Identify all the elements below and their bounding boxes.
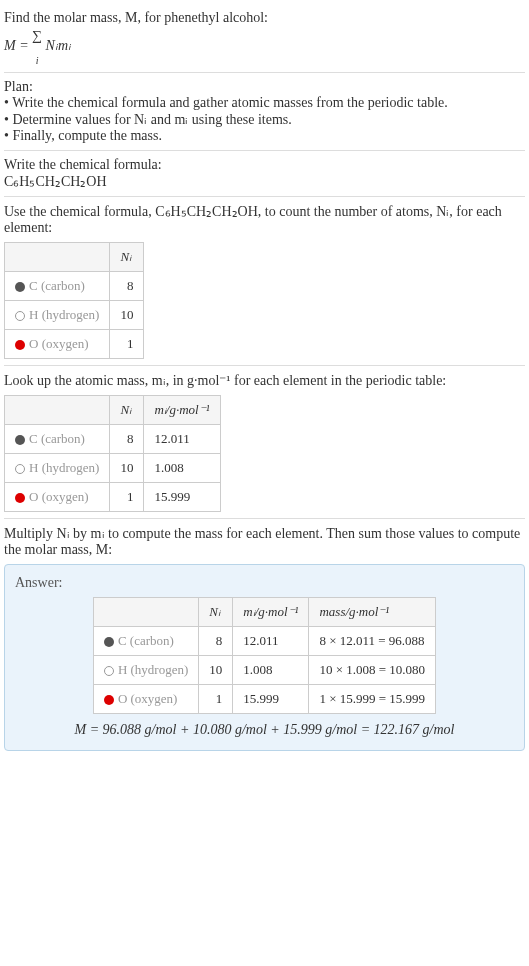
element-name: O (oxygen) [118,691,178,706]
answer-label: Answer: [15,575,514,591]
table-row: H (hydrogen) 10 [5,301,144,330]
element-name: O (oxygen) [29,336,89,351]
answer-box: Answer: Nᵢ mᵢ/g·mol⁻¹ mass/g·mol⁻¹ C (ca… [4,564,525,751]
element-name: H (hydrogen) [29,460,99,475]
element-cell: C (carbon) [93,627,198,656]
element-dot-icon [104,695,114,705]
element-cell: O (oxygen) [5,330,110,359]
element-cell: C (carbon) [5,425,110,454]
plan-section: Plan: • Write the chemical formula and g… [4,73,525,151]
ni-header: Nᵢ [110,243,144,272]
write-formula-section: Write the chemical formula: C₆H₅CH₂CH₂OH [4,151,525,197]
table-header-row: Nᵢ mᵢ/g·mol⁻¹ mass/g·mol⁻¹ [93,598,435,627]
element-cell: H (hydrogen) [5,301,110,330]
mi-cell: 12.011 [233,627,309,656]
ni-cell: 1 [110,330,144,359]
mi-cell: 1.008 [144,454,220,483]
table-row: C (carbon) 8 [5,272,144,301]
element-name: C (carbon) [118,633,174,648]
ni-cell: 10 [110,454,144,483]
lookup-table: Nᵢ mᵢ/g·mol⁻¹ C (carbon) 8 12.011 H (hyd… [4,395,221,512]
mi-header: mᵢ/g·mol⁻¹ [144,396,220,425]
element-name: C (carbon) [29,431,85,446]
intro-section: Find the molar mass, M, for phenethyl al… [4,4,525,73]
chemical-formula: C₆H₅CH₂CH₂OH [4,173,525,190]
plan-bullet: • Write the chemical formula and gather … [4,95,525,111]
count-atoms-section: Use the chemical formula, C₆H₅CH₂CH₂OH, … [4,197,525,366]
mass-cell: 10 × 1.008 = 10.080 [309,656,436,685]
multiply-text: Multiply Nᵢ by mᵢ to compute the mass fo… [4,525,525,558]
formula-rest: Nᵢmᵢ [42,38,71,53]
mi-cell: 1.008 [233,656,309,685]
table-row: O (oxygen) 1 15.999 [5,483,221,512]
blank-header [93,598,198,627]
final-result: M = 96.088 g/mol + 10.080 g/mol + 15.999… [15,722,514,738]
multiply-section: Multiply Nᵢ by mᵢ to compute the mass fo… [4,519,525,757]
element-cell: C (carbon) [5,272,110,301]
ni-cell: 1 [110,483,144,512]
lookup-mass-section: Look up the atomic mass, mᵢ, in g·mol⁻¹ … [4,366,525,519]
element-dot-icon [104,637,114,647]
table-header-row: Nᵢ [5,243,144,272]
ni-header: Nᵢ [110,396,144,425]
mass-cell: 8 × 12.011 = 96.088 [309,627,436,656]
element-name: H (hydrogen) [29,307,99,322]
table-row: H (hydrogen) 10 1.008 10 × 1.008 = 10.08… [93,656,435,685]
element-dot-icon [15,340,25,350]
blank-header [5,396,110,425]
formula-lhs: M = [4,38,32,53]
element-dot-icon [15,464,25,474]
table-row: O (oxygen) 1 15.999 1 × 15.999 = 15.999 [93,685,435,714]
element-name: O (oxygen) [29,489,89,504]
table-header-row: Nᵢ mᵢ/g·mol⁻¹ [5,396,221,425]
element-cell: O (oxygen) [93,685,198,714]
intro-text: Find the molar mass, M, for phenethyl al… [4,10,268,25]
molar-mass-formula: M = ∑ i Nᵢmᵢ [4,28,525,66]
element-dot-icon [15,282,25,292]
plan-title: Plan: [4,79,525,95]
ni-cell: 1 [199,685,233,714]
plan-bullet: • Determine values for Nᵢ and mᵢ using t… [4,111,525,128]
table-row: C (carbon) 8 12.011 8 × 12.011 = 96.088 [93,627,435,656]
mi-cell: 15.999 [233,685,309,714]
element-name: C (carbon) [29,278,85,293]
element-dot-icon [104,666,114,676]
element-name: H (hydrogen) [118,662,188,677]
sum-index: i [36,55,39,66]
count-text: Use the chemical formula, C₆H₅CH₂CH₂OH, … [4,203,525,236]
lookup-text: Look up the atomic mass, mᵢ, in g·mol⁻¹ … [4,372,525,389]
count-table: Nᵢ C (carbon) 8 H (hydrogen) 10 O (oxyge… [4,242,144,359]
mi-cell: 15.999 [144,483,220,512]
ni-cell: 8 [199,627,233,656]
element-dot-icon [15,493,25,503]
element-dot-icon [15,311,25,321]
element-cell: H (hydrogen) [5,454,110,483]
mi-cell: 12.011 [144,425,220,454]
intro-line: Find the molar mass, M, for phenethyl al… [4,10,525,26]
element-cell: H (hydrogen) [93,656,198,685]
write-title: Write the chemical formula: [4,157,525,173]
ni-cell: 8 [110,425,144,454]
ni-cell: 8 [110,272,144,301]
table-row: O (oxygen) 1 [5,330,144,359]
mass-header: mass/g·mol⁻¹ [309,598,436,627]
element-dot-icon [15,435,25,445]
mass-cell: 1 × 15.999 = 15.999 [309,685,436,714]
ni-cell: 10 [199,656,233,685]
sigma-icon: ∑ [32,28,42,43]
element-cell: O (oxygen) [5,483,110,512]
plan-bullet: • Finally, compute the mass. [4,128,525,144]
ni-header: Nᵢ [199,598,233,627]
table-row: H (hydrogen) 10 1.008 [5,454,221,483]
blank-header [5,243,110,272]
ni-cell: 10 [110,301,144,330]
answer-table: Nᵢ mᵢ/g·mol⁻¹ mass/g·mol⁻¹ C (carbon) 8 … [93,597,436,714]
mi-header: mᵢ/g·mol⁻¹ [233,598,309,627]
table-row: C (carbon) 8 12.011 [5,425,221,454]
